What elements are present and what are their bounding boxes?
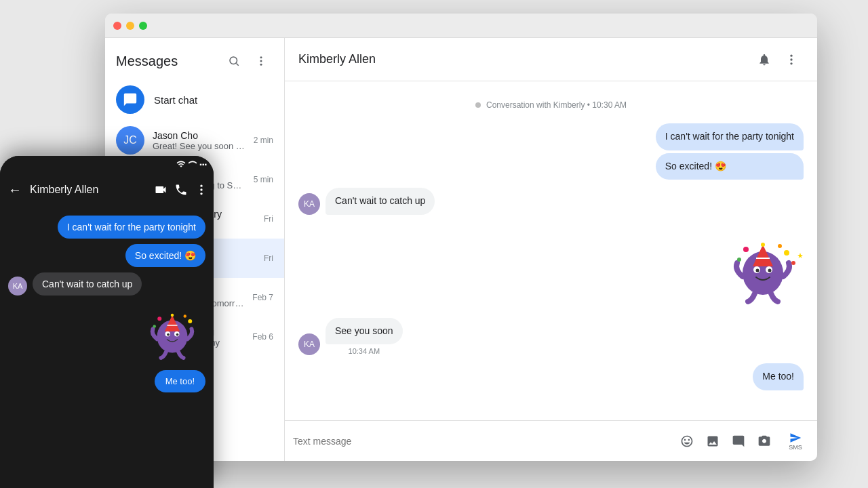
image-button[interactable] (701, 429, 725, 453)
mac-titlebar (105, 14, 817, 38)
sidebar-header-icons (222, 49, 273, 73)
send-label: SMS (789, 444, 802, 451)
phone-messages: I can't wait for the party tonight So ex… (0, 207, 214, 488)
message-row-sent1: I can't wait for the party tonight So ex… (298, 123, 804, 180)
contact-time-julien: Feb 7 (252, 293, 273, 302)
svg-point-34 (188, 319, 192, 323)
phone-received-avatar: KA (8, 277, 27, 296)
svg-point-21 (743, 247, 749, 252)
svg-point-16 (784, 250, 789, 256)
svg-point-37 (157, 317, 161, 321)
svg-point-2 (260, 56, 262, 58)
chat-area: Kimberly Allen (285, 38, 817, 461)
more-vert-icon-chat (785, 53, 798, 66)
phone-status-icons: ▪▪▪ (176, 159, 207, 169)
start-chat-icon (116, 85, 144, 114)
contact-name-jason: Jason Cho (153, 130, 245, 141)
phone-header-icons (154, 183, 208, 197)
message-row-received2: KA See you soon 10:34 AM (298, 318, 804, 356)
phone-msg-row2: So excited! 😍 (8, 244, 205, 267)
search-icon (228, 55, 240, 67)
start-chat-item[interactable]: Start chat (105, 79, 284, 121)
timestamp-divider: Conversation with Kimberly • 10:30 AM (298, 100, 804, 110)
svg-point-30 (176, 333, 179, 336)
message-time: 10:34 AM (326, 347, 403, 355)
svg-point-14 (761, 243, 765, 247)
maximize-btn[interactable] (139, 22, 147, 30)
chat-contact-name: Kimberly Allen (298, 52, 376, 66)
start-chat-label: Start chat (154, 94, 197, 106)
contact-preview-jason: Great! See you soon 😄 (153, 141, 245, 151)
svg-point-35 (153, 325, 157, 328)
minimize-btn[interactable] (126, 22, 134, 30)
contact-time-kimerly: Fri (264, 253, 273, 263)
emoji-button[interactable] (675, 429, 699, 453)
message-row-received1: KA Can't wait to catch up (298, 188, 804, 215)
video-call-icon[interactable] (154, 183, 167, 197)
received-avatar-small: KA (298, 193, 320, 215)
chat-header: Kimberly Allen (285, 38, 817, 81)
phone-metoo-bubble: Me too! (155, 370, 205, 392)
svg-point-12 (768, 268, 772, 272)
bell-icon (757, 53, 771, 66)
signal-icon (188, 159, 197, 169)
svg-point-17 (791, 261, 795, 265)
message-input[interactable] (293, 436, 669, 447)
image-icon (706, 434, 719, 448)
phone-contact-name: Kimberly Allen (30, 184, 149, 196)
send-button[interactable]: SMS (782, 428, 809, 455)
svg-marker-22 (797, 253, 803, 258)
more-options-button[interactable] (249, 49, 273, 73)
phone-status-bar: ▪▪▪ (0, 156, 214, 172)
close-btn[interactable] (113, 22, 121, 30)
phone-msg-row1: I can't wait for the party tonight (8, 216, 205, 239)
svg-point-23 (200, 185, 202, 187)
battery-icon: ▪▪▪ (199, 161, 207, 168)
svg-point-24 (200, 188, 202, 190)
svg-point-3 (260, 60, 262, 62)
svg-point-11 (756, 268, 760, 272)
messages-area: Conversation with Kimberly • 10:30 AM I … (285, 81, 817, 420)
phone-msg-row3: KA Can't wait to catch up (8, 272, 205, 296)
camera-icon (757, 434, 771, 448)
received-avatar-small2: KA (298, 333, 320, 355)
message-bubble-received2: See you soon (326, 318, 403, 345)
message-bubble-metoo: Me too! (753, 363, 804, 390)
svg-point-0 (230, 57, 237, 64)
svg-point-29 (167, 333, 170, 336)
contact-item-jason[interactable]: JC Jason Cho Great! See you soon 😄 2 min (105, 121, 284, 160)
svg-point-6 (790, 58, 792, 60)
sidebar-title: Messages (116, 54, 178, 69)
timestamp-label: Conversation with Kimberly • 10:30 AM (486, 100, 627, 110)
search-button[interactable] (222, 49, 246, 73)
input-action-icons (675, 429, 776, 453)
svg-point-5 (790, 54, 792, 56)
message-bubble-received1: Can't wait to catch up (326, 188, 435, 215)
photo-button[interactable] (752, 429, 776, 453)
notification-button[interactable] (752, 47, 776, 72)
phone-call-icon[interactable] (174, 183, 188, 197)
message-row-metoo: Me too! (298, 363, 804, 390)
sticker-monster (722, 226, 804, 307)
svg-point-7 (790, 62, 792, 64)
phone-bubble-received1: Can't wait to catch up (33, 272, 142, 296)
svg-line-1 (236, 63, 238, 65)
send-icon (789, 432, 802, 444)
sticker-area (298, 223, 804, 310)
phone-more-icon[interactable] (195, 183, 208, 197)
avatar-jason: JC (116, 126, 144, 155)
svg-point-18 (737, 258, 741, 262)
divider-dot (475, 102, 481, 108)
contact-time-scott: 5 min (254, 175, 273, 184)
contact-info-jason: Jason Cho Great! See you soon 😄 (153, 130, 245, 151)
phone-metoo-row: Me too! (8, 367, 205, 392)
contact-time-jason: 2 min (254, 136, 273, 145)
more-vert-icon (255, 55, 267, 67)
sticker-button[interactable] (726, 429, 751, 453)
chat-more-button[interactable] (779, 47, 804, 72)
phone-back-button[interactable]: ← (5, 180, 24, 201)
message-bubble-sent1: I can't wait for the party tonight (656, 123, 804, 150)
phone-sticker-monster (142, 301, 203, 362)
emoji-icon (680, 434, 694, 448)
svg-point-4 (260, 64, 262, 66)
